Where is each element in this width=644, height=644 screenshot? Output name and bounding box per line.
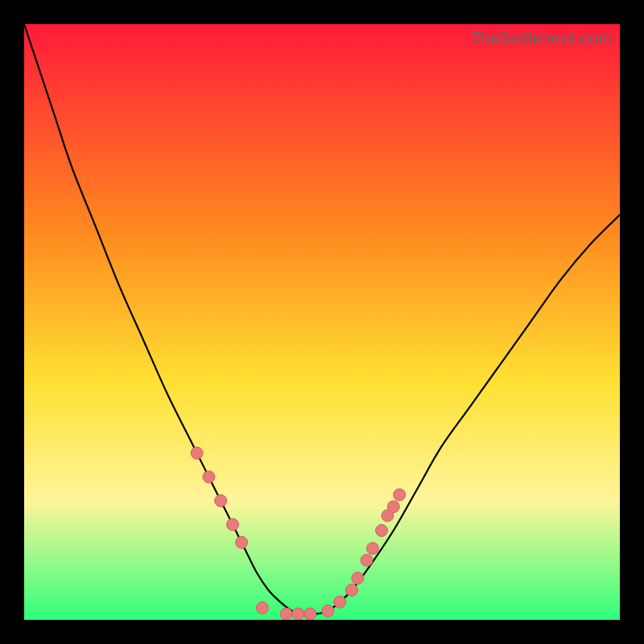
data-marker	[257, 602, 269, 614]
data-marker	[292, 608, 304, 620]
data-marker	[334, 596, 346, 608]
data-marker	[361, 555, 373, 567]
data-marker	[366, 543, 378, 555]
data-marker	[346, 584, 358, 597]
data-marker	[376, 525, 388, 537]
data-marker	[387, 501, 399, 513]
data-marker	[215, 495, 227, 507]
data-marker	[280, 608, 292, 620]
watermark-text: TheBottleneck.com	[471, 29, 612, 47]
data-marker	[203, 471, 215, 483]
data-marker	[236, 536, 248, 548]
data-marker	[227, 518, 239, 530]
bottleneck-chart	[24, 24, 620, 620]
data-marker	[191, 447, 203, 459]
chart-frame: TheBottleneck.com	[0, 0, 644, 644]
data-marker	[352, 572, 364, 584]
data-marker	[394, 489, 406, 501]
data-marker	[304, 608, 316, 620]
plot-area: TheBottleneck.com	[24, 24, 620, 620]
data-marker	[322, 605, 334, 617]
